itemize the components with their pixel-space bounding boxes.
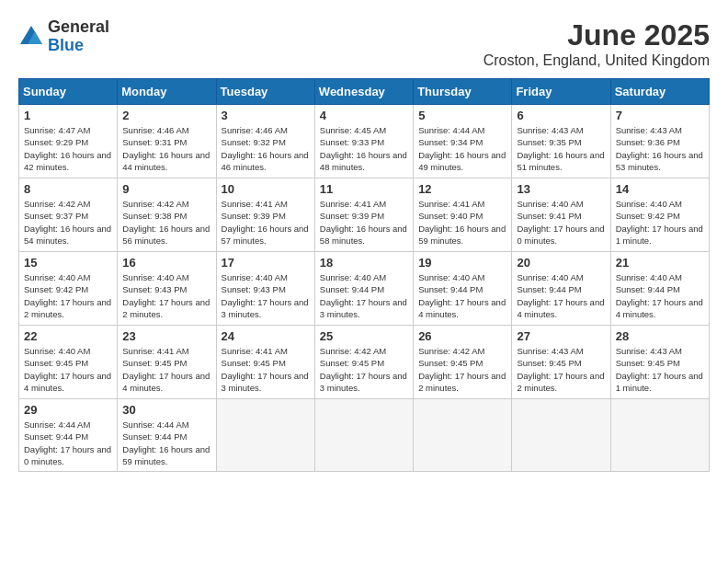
day-number: 3 (222, 109, 310, 122)
calendar-week-row: 29 Sunrise: 4:44 AM Sunset: 9:44 PM Dayl… (19, 399, 710, 472)
day-cell: 16 Sunrise: 4:40 AM Sunset: 9:43 PM Dayl… (118, 252, 216, 326)
weekday-header: Thursday (414, 79, 512, 105)
empty-day-cell (512, 399, 610, 472)
day-info: Sunrise: 4:43 AM Sunset: 9:45 PM Dayligh… (517, 345, 605, 394)
day-number: 18 (320, 256, 408, 270)
day-number: 23 (122, 329, 210, 343)
day-info: Sunrise: 4:43 AM Sunset: 9:35 PM Dayligh… (517, 124, 605, 173)
logo-icon (18, 24, 44, 50)
day-number: 5 (418, 109, 506, 122)
day-cell: 4 Sunrise: 4:45 AM Sunset: 9:33 PM Dayli… (314, 105, 413, 178)
day-cell: 27 Sunrise: 4:43 AM Sunset: 9:45 PM Dayl… (512, 326, 610, 399)
weekday-header: Tuesday (216, 79, 314, 105)
day-info: Sunrise: 4:44 AM Sunset: 9:44 PM Dayligh… (122, 419, 210, 467)
day-number: 28 (616, 329, 704, 343)
calendar-week-row: 15 Sunrise: 4:40 AM Sunset: 9:42 PM Dayl… (19, 252, 710, 326)
day-info: Sunrise: 4:40 AM Sunset: 9:44 PM Dayligh… (418, 271, 506, 320)
day-info: Sunrise: 4:40 AM Sunset: 9:44 PM Dayligh… (517, 271, 605, 320)
calendar-table: SundayMondayTuesdayWednesdayThursdayFrid… (18, 78, 710, 472)
weekday-header: Wednesday (314, 79, 413, 105)
day-info: Sunrise: 4:40 AM Sunset: 9:43 PM Dayligh… (222, 271, 310, 320)
day-cell: 24 Sunrise: 4:41 AM Sunset: 9:45 PM Dayl… (216, 326, 314, 399)
day-cell: 19 Sunrise: 4:40 AM Sunset: 9:44 PM Dayl… (414, 252, 512, 326)
day-cell: 25 Sunrise: 4:42 AM Sunset: 9:45 PM Dayl… (314, 326, 413, 399)
day-info: Sunrise: 4:40 AM Sunset: 9:43 PM Dayligh… (122, 271, 210, 320)
day-cell: 22 Sunrise: 4:40 AM Sunset: 9:45 PM Dayl… (19, 326, 118, 399)
calendar-week-row: 1 Sunrise: 4:47 AM Sunset: 9:29 PM Dayli… (19, 105, 710, 178)
day-info: Sunrise: 4:42 AM Sunset: 9:45 PM Dayligh… (320, 345, 408, 394)
day-cell: 6 Sunrise: 4:43 AM Sunset: 9:35 PM Dayli… (512, 105, 610, 178)
day-cell: 3 Sunrise: 4:46 AM Sunset: 9:32 PM Dayli… (216, 105, 314, 178)
day-cell: 12 Sunrise: 4:41 AM Sunset: 9:40 PM Dayl… (414, 178, 512, 252)
day-cell: 30 Sunrise: 4:44 AM Sunset: 9:44 PM Dayl… (118, 399, 216, 472)
day-cell: 26 Sunrise: 4:42 AM Sunset: 9:45 PM Dayl… (414, 326, 512, 399)
calendar-week-row: 22 Sunrise: 4:40 AM Sunset: 9:45 PM Dayl… (19, 326, 710, 399)
day-info: Sunrise: 4:40 AM Sunset: 9:41 PM Dayligh… (517, 198, 605, 247)
day-info: Sunrise: 4:42 AM Sunset: 9:38 PM Dayligh… (122, 198, 210, 247)
day-number: 20 (517, 256, 605, 270)
day-cell: 13 Sunrise: 4:40 AM Sunset: 9:41 PM Dayl… (512, 178, 610, 252)
day-cell: 14 Sunrise: 4:40 AM Sunset: 9:42 PM Dayl… (610, 178, 709, 252)
day-cell: 28 Sunrise: 4:43 AM Sunset: 9:45 PM Dayl… (610, 326, 709, 399)
day-number: 27 (517, 329, 605, 343)
day-number: 15 (24, 256, 112, 270)
day-number: 11 (320, 182, 408, 196)
day-cell: 5 Sunrise: 4:44 AM Sunset: 9:34 PM Dayli… (414, 105, 512, 178)
day-cell: 23 Sunrise: 4:41 AM Sunset: 9:45 PM Dayl… (118, 326, 216, 399)
title-block: June 2025 Croston, England, United Kingd… (483, 18, 710, 69)
logo-general: General (48, 18, 109, 37)
logo-text: General Blue (48, 18, 109, 55)
day-info: Sunrise: 4:42 AM Sunset: 9:45 PM Dayligh… (418, 345, 506, 394)
day-info: Sunrise: 4:43 AM Sunset: 9:45 PM Dayligh… (616, 345, 704, 394)
day-info: Sunrise: 4:45 AM Sunset: 9:33 PM Dayligh… (320, 124, 408, 173)
day-info: Sunrise: 4:42 AM Sunset: 9:37 PM Dayligh… (24, 198, 112, 247)
day-number: 16 (122, 256, 210, 270)
weekday-header: Sunday (19, 79, 118, 105)
day-info: Sunrise: 4:41 AM Sunset: 9:39 PM Dayligh… (222, 198, 310, 247)
day-cell: 7 Sunrise: 4:43 AM Sunset: 9:36 PM Dayli… (610, 105, 709, 178)
day-info: Sunrise: 4:47 AM Sunset: 9:29 PM Dayligh… (24, 124, 112, 173)
day-cell: 10 Sunrise: 4:41 AM Sunset: 9:39 PM Dayl… (216, 178, 314, 252)
day-info: Sunrise: 4:46 AM Sunset: 9:32 PM Dayligh… (222, 124, 310, 173)
day-info: Sunrise: 4:40 AM Sunset: 9:44 PM Dayligh… (320, 271, 408, 320)
day-info: Sunrise: 4:46 AM Sunset: 9:31 PM Dayligh… (122, 124, 210, 173)
day-info: Sunrise: 4:41 AM Sunset: 9:40 PM Dayligh… (418, 198, 506, 247)
empty-day-cell (216, 399, 314, 472)
day-number: 30 (122, 403, 210, 417)
day-cell: 15 Sunrise: 4:40 AM Sunset: 9:42 PM Dayl… (19, 252, 118, 326)
day-number: 24 (222, 329, 310, 343)
day-number: 8 (24, 182, 112, 196)
day-number: 13 (517, 182, 605, 196)
month-title: June 2025 (483, 18, 710, 52)
day-cell: 17 Sunrise: 4:40 AM Sunset: 9:43 PM Dayl… (216, 252, 314, 326)
day-number: 12 (418, 182, 506, 196)
day-number: 29 (24, 403, 112, 417)
day-info: Sunrise: 4:40 AM Sunset: 9:45 PM Dayligh… (24, 345, 112, 394)
day-cell: 18 Sunrise: 4:40 AM Sunset: 9:44 PM Dayl… (314, 252, 413, 326)
day-number: 2 (122, 109, 210, 122)
day-cell: 20 Sunrise: 4:40 AM Sunset: 9:44 PM Dayl… (512, 252, 610, 326)
empty-day-cell (314, 399, 413, 472)
empty-day-cell (610, 399, 709, 472)
day-info: Sunrise: 4:41 AM Sunset: 9:45 PM Dayligh… (122, 345, 210, 394)
day-number: 14 (616, 182, 704, 196)
day-number: 21 (616, 256, 704, 270)
day-info: Sunrise: 4:43 AM Sunset: 9:36 PM Dayligh… (616, 124, 704, 173)
logo-blue: Blue (48, 37, 109, 55)
day-number: 26 (418, 329, 506, 343)
empty-day-cell (414, 399, 512, 472)
day-number: 9 (122, 182, 210, 196)
day-number: 6 (517, 109, 605, 122)
calendar-header-row: SundayMondayTuesdayWednesdayThursdayFrid… (19, 79, 710, 105)
day-info: Sunrise: 4:41 AM Sunset: 9:45 PM Dayligh… (222, 345, 310, 394)
weekday-header: Saturday (610, 79, 709, 105)
day-number: 7 (616, 109, 704, 122)
page-header: General Blue June 2025 Croston, England,… (18, 18, 710, 69)
day-number: 25 (320, 329, 408, 343)
day-cell: 29 Sunrise: 4:44 AM Sunset: 9:44 PM Dayl… (19, 399, 118, 472)
day-info: Sunrise: 4:40 AM Sunset: 9:44 PM Dayligh… (616, 271, 704, 320)
day-number: 17 (222, 256, 310, 270)
day-info: Sunrise: 4:40 AM Sunset: 9:42 PM Dayligh… (24, 271, 112, 320)
day-cell: 9 Sunrise: 4:42 AM Sunset: 9:38 PM Dayli… (118, 178, 216, 252)
weekday-header: Friday (512, 79, 610, 105)
